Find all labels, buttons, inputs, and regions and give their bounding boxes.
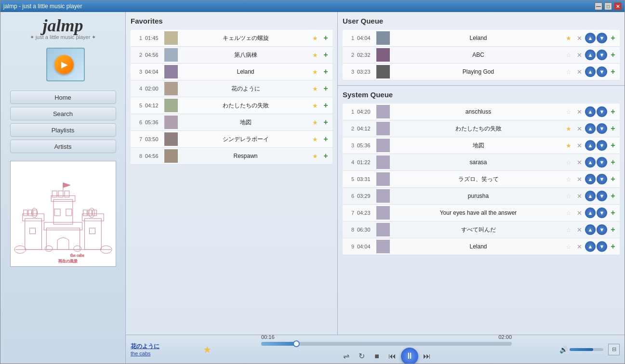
track-add-button[interactable]: +	[321, 101, 331, 110]
track-favorite-button[interactable]: ★	[310, 67, 320, 77]
track-remove-button[interactable]: ✕	[574, 208, 584, 218]
track-move-up-button[interactable]: ▲	[585, 123, 596, 134]
track-add-button[interactable]: +	[321, 67, 331, 77]
track-move-up-button[interactable]: ▲	[585, 174, 596, 184]
track-move-up-button[interactable]: ▲	[585, 224, 596, 235]
track-add-button[interactable]: +	[321, 84, 331, 93]
track-move-down-button[interactable]: ▼	[597, 123, 607, 134]
track-favorite-button[interactable]: ☆	[564, 242, 573, 251]
repeat-button[interactable]: ↻	[355, 350, 368, 363]
track-move-up-button[interactable]: ▲	[585, 140, 596, 151]
now-playing-title[interactable]: 花のように	[131, 342, 198, 351]
track-move-up-button[interactable]: ▲	[585, 191, 596, 201]
track-add-button[interactable]: +	[321, 151, 331, 161]
now-playing-artist[interactable]: the cabs	[131, 351, 198, 356]
search-button[interactable]: Search	[10, 107, 116, 120]
track-favorite-button[interactable]: ☆	[564, 174, 573, 184]
track-add-button[interactable]: +	[608, 50, 618, 60]
track-add-button[interactable]: +	[608, 124, 618, 133]
previous-button[interactable]: ⏮	[386, 350, 399, 363]
track-add-button[interactable]: +	[608, 208, 618, 218]
track-add-button[interactable]: +	[608, 191, 618, 201]
track-remove-button[interactable]: ✕	[574, 174, 584, 184]
progress-bar[interactable]	[261, 342, 512, 346]
shuffle-button[interactable]: ⇌	[339, 350, 353, 363]
track-remove-button[interactable]: ✕	[574, 67, 584, 77]
track-remove-button[interactable]: ✕	[574, 33, 584, 43]
track-add-button[interactable]: +	[608, 67, 618, 77]
maximize-button[interactable]: □	[604, 2, 612, 10]
track-move-down-button[interactable]: ▼	[597, 208, 607, 218]
track-add-button[interactable]: +	[608, 141, 618, 150]
track-favorite-button[interactable]: ☆	[564, 191, 573, 201]
play-pause-button[interactable]: ⏸	[401, 348, 418, 364]
track-add-button[interactable]: +	[608, 157, 618, 167]
track-remove-button[interactable]: ✕	[574, 141, 584, 150]
track-favorite-button[interactable]: ☆	[564, 107, 573, 117]
track-remove-button[interactable]: ✕	[574, 225, 584, 234]
track-move-up-button[interactable]: ▲	[585, 66, 596, 77]
track-move-down-button[interactable]: ▼	[597, 140, 607, 151]
track-move-up-button[interactable]: ▲	[585, 241, 596, 252]
track-add-button[interactable]: +	[608, 107, 618, 117]
stop-button[interactable]: ■	[370, 350, 384, 363]
track-favorite-button[interactable]: ★	[564, 141, 573, 150]
next-button[interactable]: ⏭	[420, 350, 434, 363]
close-button[interactable]: ✕	[614, 2, 622, 10]
track-favorite-button[interactable]: ★	[310, 50, 320, 60]
favorite-toggle-button[interactable]: ★	[203, 344, 212, 355]
track-favorite-button[interactable]: ★	[310, 84, 320, 93]
minimize-button[interactable]: —	[595, 2, 602, 10]
track-move-up-button[interactable]: ▲	[585, 50, 596, 60]
track-move-down-button[interactable]: ▼	[597, 33, 607, 43]
track-favorite-button[interactable]: ★	[310, 134, 320, 144]
track-move-down-button[interactable]: ▼	[597, 50, 607, 60]
playlists-button[interactable]: Playlists	[10, 123, 116, 137]
track-move-down-button[interactable]: ▼	[597, 174, 607, 184]
track-add-button[interactable]: +	[321, 117, 331, 127]
track-favorite-button[interactable]: ★	[310, 151, 320, 161]
track-move-down-button[interactable]: ▼	[597, 241, 607, 252]
track-move-down-button[interactable]: ▼	[597, 106, 607, 117]
track-add-button[interactable]: +	[608, 33, 618, 43]
artists-button[interactable]: Artists	[10, 140, 116, 153]
track-title: キェルツェの螺旋	[181, 34, 310, 42]
track-add-button[interactable]: +	[321, 134, 331, 144]
track-add-button[interactable]: +	[321, 33, 331, 43]
track-remove-button[interactable]: ✕	[574, 107, 584, 117]
track-move-up-button[interactable]: ▲	[585, 208, 596, 218]
track-favorite-button[interactable]: ☆	[564, 67, 573, 77]
track-favorite-button[interactable]: ☆	[564, 225, 573, 234]
track-row: 304:04Leland★+	[131, 64, 332, 80]
track-remove-button[interactable]: ✕	[574, 124, 584, 133]
track-favorite-button[interactable]: ★	[564, 124, 573, 133]
track-favorite-button[interactable]: ☆	[564, 157, 573, 167]
track-add-button[interactable]: +	[608, 242, 618, 251]
track-move-up-button[interactable]: ▲	[585, 106, 596, 117]
home-button[interactable]: Home	[10, 91, 116, 104]
volume-bar[interactable]	[570, 348, 603, 351]
track-favorite-button[interactable]: ☆	[564, 208, 573, 218]
expand-button[interactable]: ⊟	[608, 344, 620, 355]
track-move-down-button[interactable]: ▼	[597, 191, 607, 201]
track-move-down-button[interactable]: ▼	[597, 157, 607, 168]
track-move-up-button[interactable]: ▲	[585, 157, 596, 168]
track-favorite-button[interactable]: ☆	[564, 50, 573, 60]
track-add-button[interactable]: +	[608, 174, 618, 184]
track-remove-button[interactable]: ✕	[574, 157, 584, 167]
track-move-down-button[interactable]: ▼	[597, 224, 607, 235]
track-favorite-button[interactable]: ★	[564, 33, 573, 43]
track-thumbnail	[164, 31, 178, 45]
track-add-button[interactable]: +	[608, 225, 618, 234]
track-thumbnail	[164, 65, 178, 78]
track-favorite-button[interactable]: ★	[310, 33, 320, 43]
progress-thumb[interactable]	[293, 340, 300, 347]
track-remove-button[interactable]: ✕	[574, 242, 584, 251]
track-move-down-button[interactable]: ▼	[597, 66, 607, 77]
track-remove-button[interactable]: ✕	[574, 50, 584, 60]
track-remove-button[interactable]: ✕	[574, 191, 584, 201]
track-add-button[interactable]: +	[321, 50, 331, 60]
track-move-up-button[interactable]: ▲	[585, 33, 596, 43]
track-favorite-button[interactable]: ★	[310, 101, 320, 110]
track-favorite-button[interactable]: ★	[310, 117, 320, 127]
